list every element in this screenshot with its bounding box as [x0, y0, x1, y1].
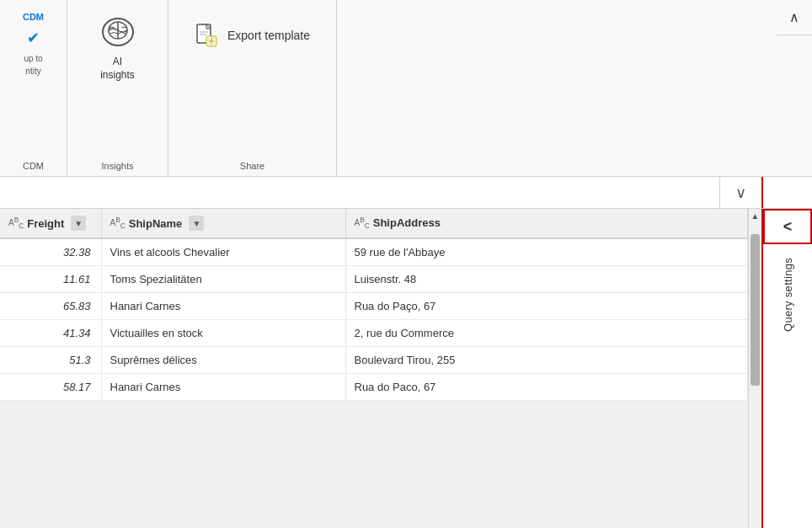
toolbar-collapse-button[interactable]: ∧ [777, 0, 812, 35]
query-settings-toggle[interactable] [761, 177, 812, 208]
table-header-row: ABC Freight ▼ ABC ShipName ▼ [0, 209, 748, 238]
cell-shipaddress: Rua do Paco, 67 [345, 374, 748, 401]
cell-freight: 41.34 [0, 320, 101, 347]
query-settings-panel: < Query settings [761, 209, 812, 528]
back-chevron-icon: < [783, 218, 793, 236]
search-area [0, 177, 719, 208]
table-row: 58.17 Hanari Carnes Rua do Paco, 67 [0, 374, 748, 401]
cell-shipaddress: Luisenstr. 48 [345, 266, 748, 293]
filter-bar: ∨ [0, 177, 812, 209]
scrollbar-track[interactable] [749, 209, 761, 528]
search-dropdown-button[interactable]: ∨ [719, 177, 761, 208]
toolbar-insights-section: AI insights Insights [67, 0, 168, 176]
cell-shipaddress: Boulevard Tirou, 255 [345, 347, 748, 374]
col-header-shipaddress: ABC ShipAddress [345, 209, 748, 238]
cell-freight: 58.17 [0, 374, 101, 401]
check-icon: ✔ [27, 29, 40, 47]
brain-icon [98, 12, 138, 52]
shipname-col-label: ShipName [129, 217, 183, 230]
col-header-shipname: ABC ShipName ▼ [101, 209, 345, 238]
search-input[interactable] [8, 186, 711, 199]
table-row: 51.3 Suprêmes délices Boulevard Tirou, 2… [0, 347, 748, 374]
cell-freight: 51.3 [0, 347, 101, 374]
table-row: 32.38 Vins et alcools Chevalier 59 rue d… [0, 238, 748, 266]
cdm-icon: CDM [23, 12, 44, 22]
chevron-down-icon: ∨ [735, 184, 746, 202]
shipaddress-col-label: ShipAddress [373, 216, 441, 229]
shipname-type-icon: ABC [110, 216, 126, 230]
share-section-label: Share [168, 161, 336, 171]
cell-freight: 11.61 [0, 266, 101, 293]
query-settings-back-button[interactable]: < [763, 209, 812, 244]
shipaddress-type-icon: ABC [355, 216, 370, 230]
query-settings-label: Query settings [782, 258, 794, 332]
vertical-scrollbar[interactable]: ▲ [748, 209, 761, 528]
export-template-button[interactable]: Export template [182, 15, 320, 56]
map-to-label: up to [24, 54, 42, 63]
cell-shipaddress: Rua do Paço, 67 [345, 293, 748, 320]
cell-shipaddress: 59 rue de l'Abbaye [345, 238, 748, 266]
toolbar-share-section: Export template Share [168, 0, 337, 176]
freight-dropdown-button[interactable]: ▼ [71, 216, 86, 231]
col-header-freight: ABC Freight ▼ [0, 209, 101, 238]
ai-insights-label: AI insights [100, 56, 135, 82]
cell-shipname: Hanari Carnes [101, 374, 345, 401]
insights-section-label: Insights [67, 161, 168, 171]
cell-freight: 32.38 [0, 238, 101, 266]
freight-type-icon: ABC [8, 216, 24, 230]
main-content: ABC Freight ▼ ABC ShipName ▼ [0, 209, 812, 528]
toolbar-cdm-section: CDM ✔ up to ntity CDM [0, 0, 67, 176]
scrollbar-thumb[interactable] [751, 234, 760, 386]
ai-insights-button[interactable]: AI insights [88, 7, 148, 87]
cell-shipname: Toms Spezialitäten [101, 266, 345, 293]
data-table: ABC Freight ▼ ABC ShipName ▼ [0, 209, 748, 528]
cdm-section-label: CDM [0, 161, 67, 171]
cell-shipaddress: 2, rue du Commerce [345, 320, 748, 347]
cell-shipname: Suprêmes délices [101, 347, 345, 374]
table-row: 11.61 Toms Spezialitäten Luisenstr. 48 [0, 266, 748, 293]
toolbar: CDM ✔ up to ntity CDM [0, 0, 812, 177]
export-template-icon [192, 22, 219, 49]
table-row: 41.34 Victuailles en stock 2, rue du Com… [0, 320, 748, 347]
entity-label: ntity [25, 67, 40, 76]
cell-shipname: Vins et alcools Chevalier [101, 238, 345, 266]
table-row: 65.83 Hanari Carnes Rua do Paço, 67 [0, 293, 748, 320]
shipname-dropdown-button[interactable]: ▼ [189, 216, 204, 231]
collapse-up-icon: ∧ [789, 9, 799, 25]
freight-col-label: Freight [27, 217, 64, 230]
cell-shipname: Victuailles en stock [101, 320, 345, 347]
cell-shipname: Hanari Carnes [101, 293, 345, 320]
export-template-label: Export template [227, 29, 310, 42]
cell-freight: 65.83 [0, 293, 101, 320]
